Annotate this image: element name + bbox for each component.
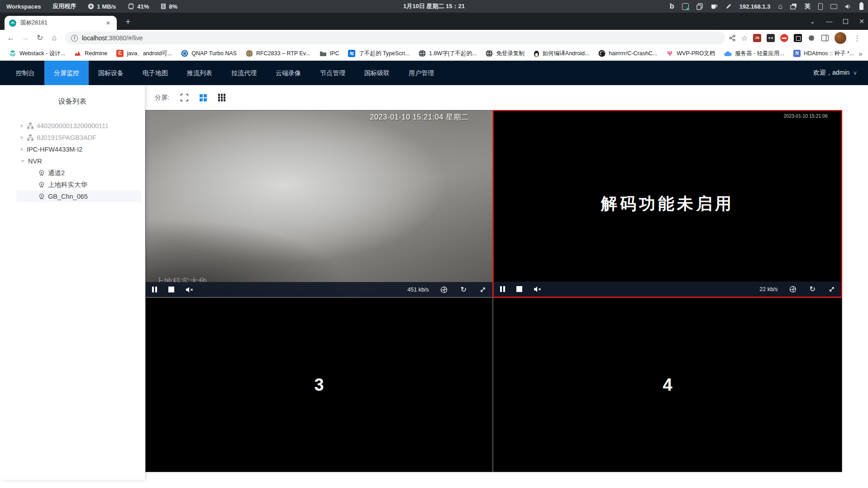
caret-right-icon[interactable] [21, 124, 23, 128]
display-icon[interactable] [830, 4, 837, 9]
bookmark-rfc2833[interactable]: RFC2833 – RTP Ev... [241, 50, 315, 57]
tree-node-shangdi-camera[interactable]: 上地科实大华 [16, 179, 141, 191]
browser-tab-strip: 国标28181 ✕ + ⌄ — ✕ [0, 13, 868, 30]
extension-adblock-icon[interactable] [780, 34, 788, 42]
site-info-icon[interactable]: i [71, 35, 78, 42]
nav-item-gb-devices[interactable]: 国标设备 [89, 61, 133, 85]
bookmark-lighthouse-server[interactable]: 服务器 - 轻量应用... [720, 50, 789, 57]
nav-item-emap[interactable]: 电子地图 [133, 61, 177, 85]
stop-button[interactable] [168, 287, 174, 292]
mute-icon[interactable] [186, 287, 194, 293]
bookmarks-overflow-chevron[interactable]: » [858, 50, 868, 57]
bookmark-wvp-docs[interactable]: Ψ WVP-PRO文档 [662, 50, 720, 57]
battery-icon[interactable] [859, 3, 863, 10]
bookmark-android-compile[interactable]: 如何编译Android... [529, 50, 594, 57]
stacked-windows-icon[interactable] [790, 3, 797, 10]
new-tab-button[interactable]: + [121, 15, 135, 29]
camera-icon [38, 193, 45, 200]
bookmark-hdatmos[interactable]: N HDAtmos :: 种子 *... [789, 50, 858, 57]
side-panel-icon[interactable] [821, 34, 829, 42]
browser-menu-kebab-icon[interactable]: ⋮ [852, 34, 863, 43]
tree-node-ipc[interactable]: IPC-HFW4433M-I2 [16, 144, 141, 155]
window-minimize-button[interactable]: — [826, 18, 832, 25]
tree-node-gb-chn-065[interactable]: GB_Chn_065 [16, 191, 141, 202]
browser-tab-active[interactable]: 国标28181 ✕ [5, 16, 117, 30]
bookmark-star-icon[interactable]: ☆ [741, 34, 748, 43]
bookmark-webstack[interactable]: Webstack - 设计... [5, 50, 70, 57]
bing-tray-icon[interactable]: b [670, 2, 674, 10]
nav-item-console[interactable]: 控制台 [6, 61, 44, 85]
bookmark-redmine[interactable]: Redmine [70, 50, 112, 57]
fullscreen-icon[interactable] [181, 94, 188, 101]
user-menu[interactable]: 欢迎，admin ∨ [813, 69, 868, 77]
mute-icon[interactable] [534, 286, 542, 292]
home-button[interactable]: ⌂ [47, 31, 62, 45]
url-bar[interactable]: i localhost:38080/#/live [65, 32, 725, 44]
bookmark-github-crashc[interactable]: hairrrrr/C-CrashC... [594, 50, 662, 57]
nav-item-gb-cascade[interactable]: 国标级联 [355, 61, 399, 85]
tree-node-gb-device-1[interactable]: 44020000013200000111 [16, 120, 141, 132]
video-cell-1[interactable]: 2023-01-10 15:21:04 星期二 上地科实大华 451 kb/s … [145, 110, 493, 297]
tree-node-gb-device-2[interactable]: 8J01915PAGB3ADF [16, 132, 141, 144]
nav-item-node-manage[interactable]: 节点管理 [310, 61, 355, 85]
color-picker-icon[interactable] [725, 3, 732, 10]
split-3x3-button[interactable] [218, 94, 226, 101]
tree-node-channel2[interactable]: 通道2 [16, 167, 141, 179]
expand-icon[interactable] [829, 286, 835, 292]
share-icon[interactable] [729, 34, 736, 42]
cell3-placeholder-number: 3 [146, 298, 492, 472]
forward-button[interactable]: → [18, 31, 33, 45]
aperture-settings-icon[interactable] [789, 286, 796, 293]
nav-item-user-manage[interactable]: 用户管理 [399, 61, 444, 85]
tab-close-button[interactable]: ✕ [104, 19, 112, 27]
stop-button[interactable] [516, 286, 522, 292]
window-maximize-button[interactable] [843, 19, 848, 24]
home-tray-icon[interactable]: ⌂ [778, 2, 782, 10]
tab-search-chevron[interactable]: ⌄ [810, 18, 816, 25]
aperture-settings-icon[interactable] [440, 286, 448, 293]
nav-item-push-list[interactable]: 推流列表 [177, 61, 222, 85]
profile-avatar[interactable] [835, 32, 846, 44]
expand-icon[interactable] [480, 287, 486, 293]
bookmark-zhihu-typescript[interactable]: 知 了不起的 TypeScri... [343, 50, 414, 57]
nav-item-split-monitor[interactable]: 分屏监控 [44, 61, 89, 85]
bookmark-copy-free[interactable]: 免登录复制 [481, 50, 529, 57]
tree-node-nvr[interactable]: NVR [16, 155, 141, 167]
nav-item-pull-proxy[interactable]: 拉流代理 [222, 61, 266, 85]
clipboard-copy-icon[interactable] [696, 3, 703, 10]
back-button[interactable]: ← [4, 31, 18, 45]
screenshot-app-icon[interactable] [682, 3, 689, 10]
video1-bitrate: 451 kb/s [407, 287, 429, 293]
nav-item-cloud-record[interactable]: 云端录像 [266, 61, 310, 85]
video-cell-3[interactable]: 3 [145, 297, 493, 472]
extension-tampermonkey-icon[interactable] [767, 34, 775, 42]
bookmark-csdn[interactable]: C java、android可... [112, 50, 176, 57]
tab-title: 国标28181 [20, 19, 100, 27]
bookmark-qnap[interactable]: QNAP Turbo NAS [176, 50, 241, 57]
caret-right-icon[interactable] [21, 148, 23, 151]
pause-button[interactable] [152, 287, 157, 292]
input-method-indicator[interactable]: 英 [805, 2, 811, 10]
url-path: :38080/#/live [107, 34, 143, 42]
applications-menu[interactable]: 应用程序 [52, 2, 76, 10]
volume-icon[interactable] [845, 4, 852, 10]
bookmark-folder-ipc[interactable]: IPC [315, 50, 344, 57]
coffee-caffeine-icon[interactable] [711, 4, 718, 10]
extensions-puzzle-icon[interactable] [807, 34, 816, 42]
refresh-icon[interactable]: ↻ [461, 286, 467, 293]
refresh-icon[interactable]: ↻ [810, 286, 816, 293]
sidebar-title: 设备列表 [0, 97, 145, 106]
caret-right-icon[interactable] [21, 136, 23, 139]
pause-button[interactable] [500, 286, 505, 292]
caret-down-icon[interactable] [21, 160, 24, 163]
bookmark-18w[interactable]: 1.8W字|了不起的... [414, 50, 481, 57]
extension-js-icon[interactable]: JS [753, 34, 761, 42]
video-cell-4[interactable]: 4 [493, 297, 842, 472]
extension-dark-icon[interactable] [794, 34, 802, 42]
split-2x2-button[interactable] [200, 94, 207, 101]
workspaces-button[interactable]: Workspaces [6, 3, 41, 10]
video-cell-2[interactable]: 2023-01-10 15:21:06 解码功能未启用 22 kb/s ↻ [493, 110, 842, 297]
reload-button[interactable]: ↻ [33, 31, 47, 45]
window-close-button[interactable]: ✕ [859, 18, 864, 25]
phone-screen-icon[interactable] [818, 3, 823, 10]
